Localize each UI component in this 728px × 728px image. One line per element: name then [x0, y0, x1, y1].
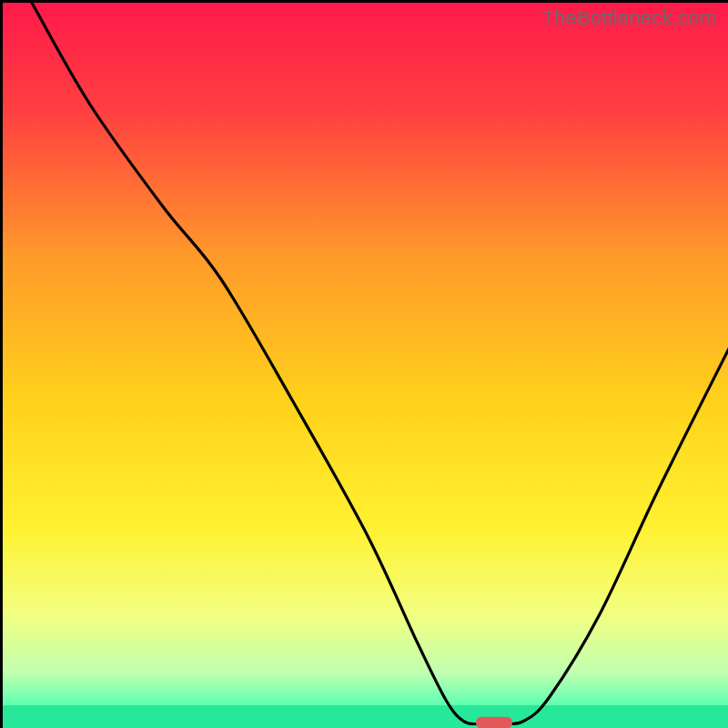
- bottleneck-chart: [3, 3, 728, 728]
- attribution-label: TheBottleneck.com: [541, 6, 716, 30]
- optimal-marker: [476, 717, 512, 728]
- chart-frame: TheBottleneck.com: [0, 0, 728, 728]
- chart-background: [3, 3, 728, 728]
- chart-bottom-band: [3, 705, 728, 728]
